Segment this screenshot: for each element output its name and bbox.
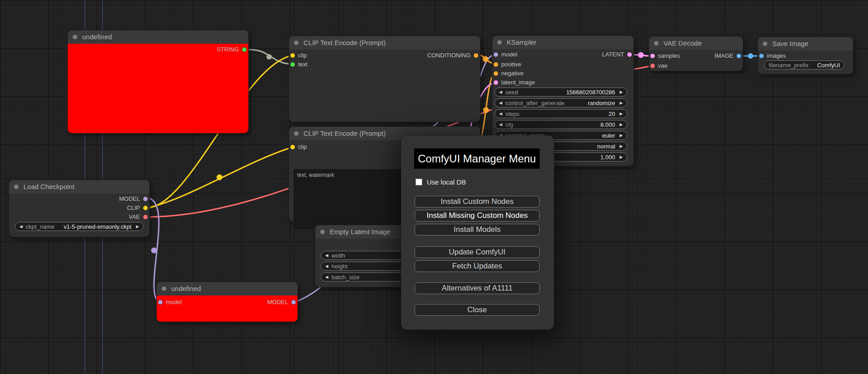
decrement-arrow[interactable]: ◀ [325,253,328,258]
update-comfyui-button[interactable]: Update ComfyUI [415,246,540,258]
ckpt-name-widget[interactable]: ◀ ckpt_name v1-5-pruned-emaonly.ckpt ▶ [15,222,144,231]
input-label: clip [298,143,307,150]
wire-midpoint-dot [483,107,489,113]
output-slot-vae[interactable] [143,215,148,219]
increment-arrow[interactable]: ▶ [620,122,623,127]
output-label: CONDITIONING [427,52,471,59]
use-local-db-checkbox[interactable] [415,179,422,185]
decrement-arrow[interactable]: ◀ [499,101,502,105]
cfg-widget[interactable]: ◀ cfg 8.000 ▶ [495,120,627,129]
output-slot-latent[interactable] [627,52,632,57]
node-body-error: STRING [68,44,248,133]
output-label: MODEL [119,195,140,202]
node-collapse-dot[interactable] [294,41,299,45]
input-slot-text[interactable] [290,62,295,67]
node-collapse-dot[interactable] [14,185,19,189]
output-label: CLIP [127,204,140,211]
node-title: KSampler [492,36,634,49]
input-slot-latent-image[interactable] [494,80,498,85]
input-label: vae [658,62,667,69]
node-body-error: model MODEL [157,296,298,322]
node-title: Load Checkpoint [9,180,149,194]
filename-prefix-widget[interactable]: filename_prefix ComfyUI [764,60,845,69]
decrement-arrow[interactable]: ◀ [325,275,328,279]
output-label: LATENT [602,51,624,58]
increment-arrow[interactable]: ▶ [620,133,623,138]
dialog-title: ComfyUI Manager Menu [414,148,540,169]
increment-arrow[interactable]: ▶ [136,224,139,229]
output-slot-clip[interactable] [143,206,148,210]
output-slot-model[interactable] [143,197,148,201]
install-models-button[interactable]: Install Models [415,224,540,235]
node-title: undefined [157,282,298,296]
fetch-updates-button[interactable]: Fetch Updates [415,260,540,272]
node-load-checkpoint[interactable]: Load Checkpoint MODEL CLIP VAE ◀ ckpt_na… [9,180,149,237]
use-local-db-row: Use local DB [415,178,466,186]
decrement-arrow[interactable]: ◀ [499,122,502,127]
output-slot-image[interactable] [737,54,741,58]
node-save-image[interactable]: Save Image images filename_prefix ComfyU… [758,37,853,74]
node-undefined-model[interactable]: undefined model MODEL [157,282,298,322]
node-undefined-string[interactable]: undefined STRING [68,30,248,133]
node-title: VAE Decode [649,37,743,50]
seed-widget[interactable]: ◀ seed 156680208700286 ▶ [495,88,627,97]
use-local-db-label: Use local DB [427,178,466,186]
input-label: latent_image [501,79,535,86]
increment-arrow[interactable]: ▶ [620,101,623,105]
node-clip-text-encode-1[interactable]: CLIP Text Encode (Prompt) clip text COND… [289,36,480,122]
wire-midpoint-dot [266,54,272,60]
output-slot-conditioning[interactable] [474,53,478,58]
input-label: negative [501,70,523,77]
wire-midpoint-dot [483,56,489,62]
input-slot-negative[interactable] [494,71,498,76]
increment-arrow[interactable]: ▶ [620,144,623,148]
output-slot-string[interactable] [242,47,247,52]
install-custom-nodes-button[interactable]: Install Custom Nodes [415,196,540,208]
wire-midpoint-dot [217,175,223,180]
increment-arrow[interactable]: ▶ [620,155,623,159]
input-label: text [298,61,308,68]
decrement-arrow[interactable]: ◀ [499,111,502,116]
increment-arrow[interactable]: ▶ [620,111,623,116]
output-label: IMAGE [714,52,733,59]
node-collapse-dot[interactable] [497,40,502,45]
node-collapse-dot[interactable] [320,230,325,234]
comfyui-manager-menu-dialog: ComfyUI Manager Menu Use local DB Instal… [401,135,554,330]
input-slot-positive[interactable] [494,62,498,67]
input-slot-vae[interactable] [650,64,655,68]
node-collapse-dot[interactable] [654,41,658,46]
decrement-arrow[interactable]: ◀ [325,264,328,268]
node-collapse-dot[interactable] [294,131,299,136]
wire-midpoint-dot [638,52,644,58]
steps-widget[interactable]: ◀ steps 20 ▶ [495,109,627,118]
input-label: positive [501,61,521,68]
control-after-generate-widget[interactable]: ◀ control_after_generate randomize ▶ [495,98,627,107]
install-missing-custom-nodes-button[interactable]: Install Missing Custom Nodes [415,210,540,222]
node-collapse-dot[interactable] [73,35,77,39]
input-label: images [767,52,786,59]
output-label: MODEL [267,299,288,305]
alternatives-of-a1111-button[interactable]: Alternatives of A1111 [415,282,540,294]
input-slot-images[interactable] [759,54,764,58]
input-slot-clip[interactable] [290,145,295,149]
close-button[interactable]: Close [415,304,540,316]
node-collapse-dot[interactable] [763,42,767,46]
wire-midpoint-dot [151,248,157,254]
output-label: VAE [129,213,140,220]
increment-arrow[interactable]: ▶ [620,90,623,94]
output-slot-model[interactable] [291,300,296,305]
wire-midpoint-dot [748,53,753,59]
node-title: CLIP Text Encode (Prompt) [289,36,480,50]
node-title: undefined [68,30,248,44]
node-title: Save Image [758,37,853,51]
decrement-arrow[interactable]: ◀ [499,90,502,94]
decrement-arrow[interactable]: ◀ [19,224,23,229]
node-vae-decode[interactable]: VAE Decode samples vae IMAGE [649,37,743,71]
node-collapse-dot[interactable] [162,286,166,291]
comfyui-canvas[interactable]: { "colors": { "model": "#b39ddb", "clip"… [0,0,868,374]
output-label: STRING [217,46,239,53]
